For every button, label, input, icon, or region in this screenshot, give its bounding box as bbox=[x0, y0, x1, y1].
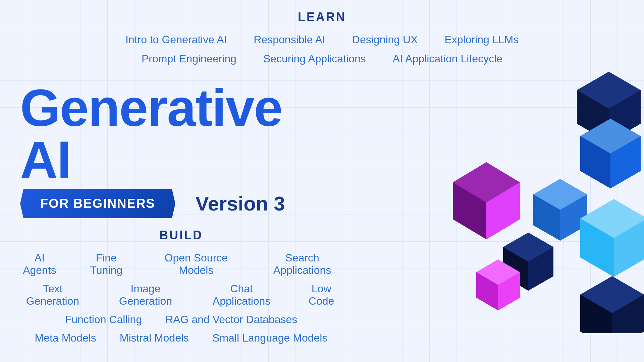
svg-marker-29 bbox=[476, 259, 520, 285]
svg-marker-16 bbox=[580, 276, 644, 333]
svg-marker-11 bbox=[560, 194, 587, 241]
svg-marker-28 bbox=[476, 259, 520, 310]
svg-marker-21 bbox=[503, 233, 553, 262]
svg-marker-31 bbox=[498, 272, 520, 310]
svg-marker-8 bbox=[533, 179, 587, 241]
svg-marker-26 bbox=[453, 182, 486, 239]
svg-marker-22 bbox=[503, 247, 528, 291]
beginners-badge: FOR BEGINNERS bbox=[20, 189, 175, 218]
hero-section: Generative AI FOR BEGINNERS Version 3 BU… bbox=[0, 72, 644, 350]
svg-marker-3 bbox=[609, 90, 641, 142]
svg-marker-30 bbox=[476, 272, 498, 310]
hero-left: Generative AI FOR BEGINNERS Version 3 BU… bbox=[20, 78, 342, 350]
cube-purple-icon bbox=[449, 162, 523, 243]
build-link-finetuning[interactable]: Fine Tuning bbox=[83, 252, 130, 277]
build-link-search[interactable]: Search Applications bbox=[262, 252, 342, 277]
svg-marker-17 bbox=[580, 276, 644, 313]
learn-link-intro[interactable]: Intro to Generative AI bbox=[125, 34, 227, 46]
cube-magenta-small-icon bbox=[473, 259, 523, 313]
svg-marker-24 bbox=[453, 162, 520, 239]
svg-marker-18 bbox=[580, 295, 612, 333]
version-text: Version 3 bbox=[196, 192, 285, 215]
build-link-function[interactable]: Function Calling bbox=[65, 313, 142, 326]
svg-marker-15 bbox=[614, 219, 644, 277]
svg-marker-12 bbox=[580, 199, 644, 277]
build-link-meta[interactable]: Meta Models bbox=[35, 332, 96, 344]
learn-link-responsible[interactable]: Responsible AI bbox=[254, 34, 325, 46]
build-link-small[interactable]: Small Language Models bbox=[212, 332, 327, 344]
build-link-chat[interactable]: Chat Applications bbox=[206, 283, 277, 307]
learn-link-securing[interactable]: Securing Applications bbox=[263, 53, 366, 65]
learn-row-2: Prompt Engineering Securing Applications… bbox=[0, 53, 644, 65]
learn-section: LEARN Intro to Generative AI Responsible… bbox=[0, 0, 644, 65]
build-row-1: AI Agents Fine Tuning Open Source Models… bbox=[20, 252, 342, 277]
build-section: BUILD AI Agents Fine Tuning Open Source … bbox=[20, 228, 342, 344]
svg-marker-4 bbox=[580, 119, 641, 188]
hero-title: Generative AI bbox=[20, 82, 342, 186]
svg-marker-7 bbox=[610, 136, 641, 188]
learn-link-ux[interactable]: Designing UX bbox=[352, 34, 418, 46]
svg-marker-23 bbox=[528, 247, 553, 291]
svg-marker-5 bbox=[580, 119, 641, 154]
decorations bbox=[409, 72, 644, 362]
build-row-2: Text Generation Image Generation Chat Ap… bbox=[20, 283, 342, 307]
build-link-lowcode[interactable]: Low Code bbox=[301, 283, 342, 307]
svg-marker-14 bbox=[580, 219, 614, 277]
learn-link-prompt[interactable]: Prompt Engineering bbox=[142, 53, 236, 65]
build-label: BUILD bbox=[20, 228, 342, 242]
svg-marker-10 bbox=[533, 194, 560, 241]
svg-marker-20 bbox=[503, 233, 553, 291]
svg-marker-13 bbox=[580, 199, 644, 238]
build-link-textgen[interactable]: Text Generation bbox=[20, 283, 85, 307]
build-row-3: Function Calling RAG and Vector Database… bbox=[20, 313, 342, 326]
hex-cluster-icon bbox=[486, 99, 644, 333]
svg-marker-1 bbox=[577, 72, 641, 109]
hero-row: FOR BEGINNERS Version 3 bbox=[20, 189, 342, 218]
build-link-mistral[interactable]: Mistral Models bbox=[120, 332, 189, 344]
svg-marker-6 bbox=[580, 136, 610, 188]
svg-marker-25 bbox=[453, 162, 520, 202]
build-link-opensource[interactable]: Open Source Models bbox=[154, 252, 239, 277]
learn-link-lifecycle[interactable]: AI Application Lifecycle bbox=[393, 53, 502, 65]
learn-label: LEARN bbox=[0, 10, 644, 24]
build-row-4: Meta Models Mistral Models Small Languag… bbox=[20, 332, 342, 344]
build-link-imagegen[interactable]: Image Generation bbox=[109, 283, 182, 307]
cube-dark-top-right-icon bbox=[574, 68, 644, 145]
learn-row-1: Intro to Generative AI Responsible AI De… bbox=[0, 34, 644, 46]
build-link-agents[interactable]: AI Agents bbox=[20, 252, 59, 277]
svg-marker-19 bbox=[612, 295, 644, 333]
svg-marker-9 bbox=[533, 179, 587, 210]
svg-marker-27 bbox=[486, 182, 520, 239]
svg-marker-0 bbox=[577, 72, 641, 142]
build-link-rag[interactable]: RAG and Vector Databases bbox=[165, 313, 297, 326]
svg-marker-2 bbox=[577, 90, 609, 142]
learn-link-llms[interactable]: Exploring LLMs bbox=[444, 34, 519, 46]
